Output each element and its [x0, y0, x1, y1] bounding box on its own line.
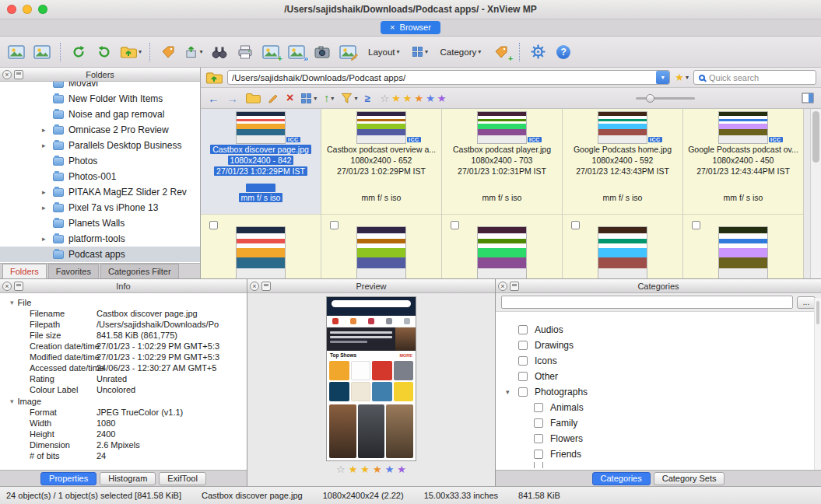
detach-panel-icon[interactable]: [510, 282, 519, 291]
capture-button[interactable]: [312, 41, 332, 63]
thumbnail-cell[interactable]: [442, 215, 562, 278]
convert-button[interactable]: »: [286, 41, 307, 63]
star-icon[interactable]: ★: [373, 464, 382, 474]
star-icon[interactable]: ★: [403, 93, 412, 103]
assign-category-button[interactable]: +: [491, 41, 511, 63]
edit-button[interactable]: [338, 41, 358, 63]
tab-category-sets[interactable]: Category Sets: [654, 472, 725, 485]
chevron-down-icon[interactable]: ▾: [10, 299, 14, 306]
folder-tree-item[interactable]: New Folder With Items: [0, 91, 200, 107]
forward-button[interactable]: →: [226, 93, 238, 104]
tab-histogram[interactable]: Histogram: [100, 472, 156, 485]
chevron-right-icon[interactable]: ▸: [42, 235, 46, 243]
folder-up-icon[interactable]: [205, 71, 223, 85]
category-checkbox[interactable]: [518, 356, 528, 366]
thumbnail-checkbox[interactable]: [451, 221, 459, 229]
category-menu-button[interactable]: Category▾: [436, 41, 486, 63]
browser-mode-button[interactable]: [6, 41, 26, 63]
minimize-window-button[interactable]: [23, 5, 32, 14]
export-button[interactable]: ▾: [184, 41, 204, 63]
chevron-right-icon[interactable]: ▸: [42, 188, 46, 196]
zoom-window-button[interactable]: [38, 5, 47, 14]
folder-tree-item[interactable]: Photos-001: [0, 169, 200, 184]
star-icon[interactable]: ★: [397, 464, 406, 474]
star-icon[interactable]: ★: [415, 93, 424, 103]
tab-exiftool[interactable]: ExifTool: [159, 472, 206, 485]
detach-panel-icon[interactable]: [261, 282, 271, 291]
path-combobox[interactable]: ▾: [227, 70, 670, 85]
thumbnail-cell[interactable]: ICC Castbox podcast player.jpg 1080x2400…: [442, 109, 563, 278]
folder-tree-item[interactable]: ▸Omnicase 2 Pro Review: [0, 122, 200, 138]
path-input[interactable]: [232, 73, 656, 82]
category-item[interactable]: Friends: [496, 446, 821, 462]
tab-browser[interactable]: × Browser: [381, 21, 440, 34]
thumbnail-checkbox[interactable]: [209, 221, 218, 229]
detach-panel-icon[interactable]: [14, 70, 23, 79]
folder-tree-item-selected[interactable]: Podcast apps: [0, 247, 200, 262]
chevron-right-icon[interactable]: ▸: [42, 204, 46, 212]
categories-scrollbar[interactable]: [814, 298, 821, 470]
folder-tree-item[interactable]: Movavi: [0, 82, 200, 91]
sort-button[interactable]: ≥: [364, 93, 370, 104]
tab-categories-filter[interactable]: Categories Filter: [100, 264, 179, 278]
category-item[interactable]: Other: [496, 369, 821, 384]
star-icon[interactable]: ★: [349, 464, 358, 474]
back-button[interactable]: ←: [208, 93, 219, 104]
thumbnail-cell[interactable]: ICC Castbox podcast overview a... 1080x2…: [321, 109, 442, 278]
category-checkbox[interactable]: [518, 372, 528, 381]
star-outline-icon[interactable]: ☆: [381, 93, 390, 103]
tab-properties[interactable]: Properties: [40, 472, 96, 485]
thumbnail-cell[interactable]: [683, 215, 803, 278]
new-folder-button[interactable]: [245, 92, 261, 104]
slider-handle[interactable]: [646, 94, 654, 103]
category-checkbox[interactable]: [534, 418, 543, 428]
chevron-down-icon[interactable]: ▾: [10, 397, 14, 405]
star-icon[interactable]: ★: [426, 93, 435, 103]
category-item[interactable]: Family: [496, 415, 821, 431]
chevron-down-icon[interactable]: ▾: [506, 388, 510, 396]
close-panel-icon[interactable]: ×: [498, 282, 507, 291]
view-mode-button[interactable]: ▾: [300, 93, 317, 104]
thumbnail-cell[interactable]: ICC Google Podcasts home.jpg 1080x2400 -…: [563, 109, 683, 278]
up-directory-button[interactable]: ↑▾: [324, 93, 334, 103]
info-section-image[interactable]: ▾Image: [0, 395, 247, 407]
folder-tree-item[interactable]: ▸PITAKA MagEZ Slider 2 Rev: [0, 184, 200, 200]
chevron-right-icon[interactable]: ▸: [42, 126, 46, 134]
tab-close-icon[interactable]: ×: [390, 23, 395, 32]
category-checkbox[interactable]: [518, 387, 528, 397]
category-checkbox[interactable]: [534, 434, 543, 443]
folder-tree-item[interactable]: Planets Walls: [0, 215, 200, 231]
path-dropdown-button[interactable]: ▾: [656, 71, 669, 84]
scrollbar-thumb[interactable]: [812, 111, 819, 163]
rotate-left-button[interactable]: [68, 41, 89, 63]
close-panel-icon[interactable]: ×: [250, 282, 259, 291]
category-item[interactable]: [496, 462, 821, 468]
thumbnail-cell[interactable]: [321, 215, 441, 278]
view-layout-button[interactable]: ▾: [410, 41, 430, 63]
delete-button[interactable]: ×: [286, 92, 293, 104]
rotate-right-button[interactable]: [94, 41, 114, 63]
star-icon[interactable]: ★: [437, 93, 447, 103]
rename-button[interactable]: [268, 93, 279, 104]
quick-search-input[interactable]: [709, 73, 819, 82]
tab-favorites[interactable]: Favorites: [48, 264, 99, 278]
folder-tree-item[interactable]: ▸platform-tools: [0, 231, 200, 247]
category-item[interactable]: Audios: [496, 322, 821, 338]
close-window-button[interactable]: [7, 5, 16, 14]
category-item[interactable]: Flowers: [496, 431, 821, 446]
category-checkbox[interactable]: [518, 341, 528, 350]
thumbnail-cell-selected[interactable]: ICC Castbox discover page.jpg 1080x2400 …: [201, 109, 321, 278]
print-button[interactable]: [235, 41, 255, 63]
thumbnail-cell[interactable]: [201, 215, 321, 278]
category-checkbox[interactable]: [518, 325, 528, 334]
settings-button[interactable]: [528, 41, 548, 63]
help-button[interactable]: ?: [553, 41, 574, 63]
folder-tree-item[interactable]: ▸Pixel 7a vs iPhone 13: [0, 200, 200, 215]
panel-toggle-button[interactable]: [802, 93, 814, 103]
scrollbar-thumb[interactable]: [816, 301, 819, 324]
category-checkbox[interactable]: [534, 462, 543, 468]
category-item[interactable]: ▾Photographs: [496, 384, 821, 400]
layout-menu-button[interactable]: Layout▾: [363, 41, 405, 63]
thumbnail-checkbox[interactable]: [692, 221, 700, 229]
thumbnail-cell[interactable]: ICC Google Podcasts podcast ov... 1080x2…: [683, 109, 804, 278]
